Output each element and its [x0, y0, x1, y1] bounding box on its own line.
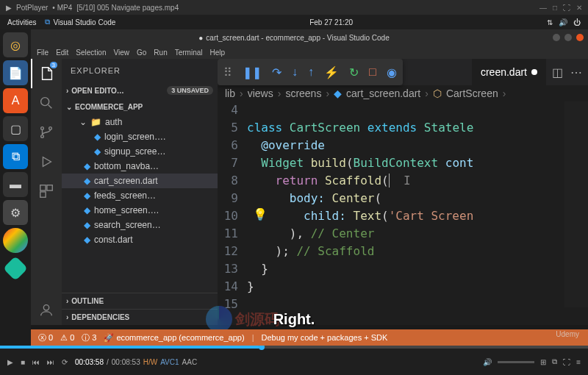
warning-icon: ⚠: [60, 333, 68, 343]
tab-active[interactable]: creen.dart: [472, 59, 546, 85]
explorer-tab[interactable]: 3: [31, 59, 62, 88]
vscode-titlebar: ● cart_screen.dart - ecommerce_app - Vis…: [0, 29, 588, 46]
minimap[interactable]: [564, 101, 588, 307]
playlist-icon[interactable]: ≡: [576, 358, 581, 366]
restart-icon[interactable]: ↻: [349, 65, 359, 79]
fullscreen-icon[interactable]: ⛶: [563, 358, 570, 366]
chevron-down-icon: ⌄: [79, 117, 87, 127]
status-errors[interactable]: ⓧ0: [38, 332, 53, 343]
menu-file[interactable]: File: [37, 49, 49, 57]
dart-icon: ◆: [84, 176, 90, 186]
volume-icon[interactable]: 🔊: [559, 18, 567, 26]
potplayer-logo: ▶: [6, 4, 12, 12]
menu-help[interactable]: Help: [210, 49, 226, 57]
step-into-icon[interactable]: ↓: [292, 65, 298, 79]
file-item[interactable]: ◆login_screen….: [62, 129, 218, 144]
more-icon[interactable]: ⋯: [570, 65, 582, 79]
dock-vscode[interactable]: ⧉: [3, 144, 28, 169]
split-editor-icon[interactable]: ◫: [552, 65, 563, 79]
code-content[interactable]: class CartScreen extends Statele @overri…: [247, 101, 588, 313]
code-editor[interactable]: 4 5 6 7 8 9 10 11 12 13 14 15 class Cart…: [218, 101, 588, 313]
stop-icon[interactable]: □: [369, 65, 376, 79]
next-icon[interactable]: ⏭: [47, 358, 54, 366]
settings-icon[interactable]: ⊞: [540, 358, 546, 366]
aspect-icon[interactable]: ⧉: [552, 357, 557, 366]
hot-reload-icon[interactable]: ⚡: [324, 65, 339, 79]
menu-terminal[interactable]: Terminal: [175, 49, 203, 57]
debug-tab[interactable]: [31, 147, 62, 176]
udemy-watermark: Udemy: [556, 330, 579, 338]
file-tree: ⌄ 📁 auth ◆login_screen…. ◆signup_scree… …: [62, 115, 218, 293]
explorer-sidebar: EXPLORER › OPEN EDITO… 3 UNSAVED ⌄ ECOMM…: [62, 59, 218, 325]
explorer-header: EXPLORER: [62, 59, 218, 82]
minimize-icon[interactable]: —: [539, 4, 547, 12]
extensions-icon: [38, 183, 54, 199]
file-item[interactable]: ◆feeds_screen…: [62, 188, 218, 203]
file-item[interactable]: ◆search_screen…: [62, 218, 218, 232]
project-section[interactable]: ⌄ ECOMMERCE_APP: [62, 99, 218, 115]
dock-terminal[interactable]: ▢: [3, 116, 28, 141]
play-icon[interactable]: ▶: [7, 358, 13, 366]
menu-selection[interactable]: Selection: [76, 49, 106, 57]
clock[interactable]: Feb 27 21:20: [309, 18, 353, 26]
status-warnings[interactable]: ⚠0: [60, 333, 74, 343]
status-launch[interactable]: 🚀ecommerce_app (ecommerce_app): [104, 333, 244, 343]
window-close-icon[interactable]: [576, 34, 584, 41]
breadcrumb[interactable]: lib› views› screens› ◆cart_screen.dart› …: [218, 85, 588, 101]
lightbulb-icon[interactable]: 💡: [253, 207, 268, 221]
loop-icon[interactable]: ⟳: [62, 358, 68, 366]
maximize-icon[interactable]: □: [553, 4, 557, 12]
dock-item-6[interactable]: ▬: [3, 172, 28, 197]
network-icon[interactable]: ⇅: [547, 18, 553, 26]
scm-tab[interactable]: [31, 118, 62, 147]
volume-icon[interactable]: 🔊: [483, 358, 492, 366]
close-icon[interactable]: ✕: [576, 4, 582, 12]
outline-section[interactable]: › OUTLINE: [62, 293, 218, 309]
account-tab[interactable]: [31, 296, 62, 325]
dependencies-section[interactable]: › DEPENDENCIES: [62, 309, 218, 325]
drag-handle-icon[interactable]: ⠿: [223, 65, 232, 79]
info-icon: ⓘ: [82, 332, 90, 343]
progress-bar[interactable]: [0, 346, 588, 349]
terminal-icon: ▢: [10, 122, 21, 136]
dock-chrome[interactable]: [3, 228, 28, 253]
chevron-right-icon: ›: [66, 313, 68, 321]
step-over-icon[interactable]: ↷: [272, 65, 282, 79]
file-item[interactable]: ◆const.dart: [62, 232, 218, 247]
dock-software[interactable]: A: [3, 88, 28, 113]
menu-run[interactable]: Run: [154, 49, 167, 57]
dock-files[interactable]: ◎: [3, 32, 28, 57]
power-icon[interactable]: ⏻: [573, 18, 581, 26]
fullscreen-icon[interactable]: ⛶: [563, 4, 570, 12]
app-indicator[interactable]: ⧉ Visual Studio Code: [45, 18, 115, 26]
window-minimize-icon[interactable]: [553, 34, 560, 41]
status-debug-mode[interactable]: Debug my code + packages + SDK: [261, 333, 387, 342]
open-editors-section[interactable]: › OPEN EDITO… 3 UNSAVED: [62, 82, 218, 99]
dock-document[interactable]: 📄: [3, 60, 28, 85]
extensions-tab[interactable]: [31, 176, 62, 206]
store-icon: A: [12, 94, 20, 107]
file-item[interactable]: ◆home_screen….: [62, 203, 218, 218]
status-bar: ⓧ0 ⚠0 ⓘ3 🚀ecommerce_app (ecommerce_app) …: [31, 329, 588, 346]
window-maximize-icon[interactable]: [564, 34, 572, 41]
status-info[interactable]: ⓘ3: [82, 332, 96, 343]
file-item[interactable]: ◆signup_scree…: [62, 144, 218, 159]
volume-slider[interactable]: [498, 361, 534, 363]
file-item-active[interactable]: ◆cart_screen.dart: [62, 174, 218, 188]
pause-icon[interactable]: ❚❚: [243, 65, 262, 79]
inspector-icon[interactable]: ◉: [387, 65, 397, 79]
menu-go[interactable]: Go: [137, 49, 146, 57]
folder-auth[interactable]: ⌄ 📁 auth: [62, 115, 218, 129]
menu-edit[interactable]: Edit: [56, 49, 68, 57]
prev-icon[interactable]: ⏮: [32, 358, 40, 366]
stop-icon[interactable]: ■: [21, 358, 25, 366]
file-item[interactable]: ◆bottom_navba…: [62, 159, 218, 174]
dock-settings[interactable]: ⚙: [3, 200, 28, 225]
menu-view[interactable]: View: [114, 49, 130, 57]
ubuntu-dock: ◎ 📄 A ▢ ⧉ ▬ ⚙: [0, 29, 31, 346]
dock-item-9[interactable]: [3, 256, 28, 281]
debug-toolbar[interactable]: ⠿ ❚❚ ↷ ↓ ↑ ⚡ ↻ □ ◉: [218, 59, 403, 85]
activities-button[interactable]: Activities: [7, 18, 36, 26]
search-tab[interactable]: [31, 88, 62, 118]
step-out-icon[interactable]: ↑: [308, 65, 314, 79]
